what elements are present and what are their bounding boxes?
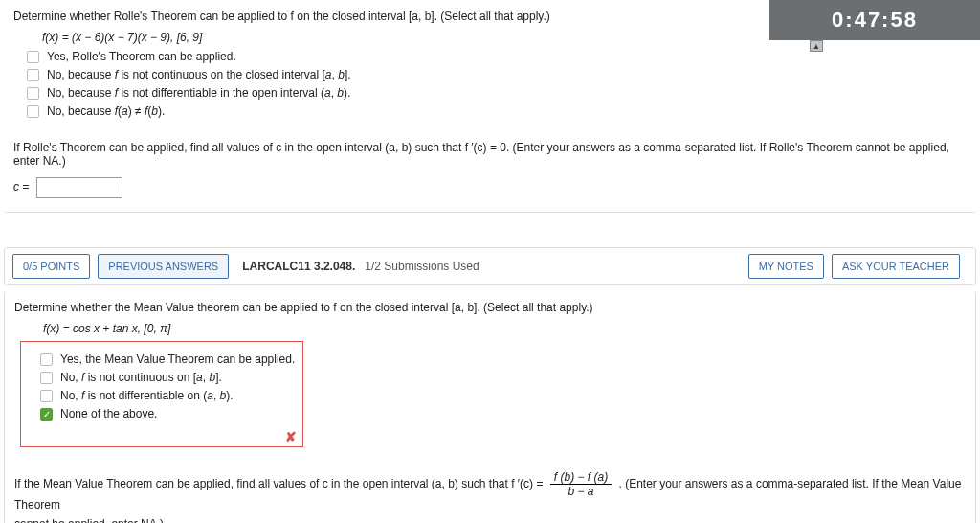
fraction: f (b) − f (a) b − a <box>550 470 612 498</box>
checkbox-icon[interactable] <box>40 353 53 366</box>
q1-option-4-label: No, because f(a) ≠ f(b). <box>47 104 165 118</box>
q2-prompt: Determine whether the Mean Value theorem… <box>14 299 966 316</box>
q1-followup: If Rolle's Theorem can be applied, find … <box>13 141 967 168</box>
q2-option-1[interactable]: Yes, the Mean Value Theorem can be appli… <box>40 352 295 366</box>
submissions-used: 1/2 Submissions Used <box>365 260 479 273</box>
checkbox-icon[interactable] <box>27 87 39 100</box>
question-2: Determine whether the Mean Value theorem… <box>4 291 976 523</box>
q2-option-3[interactable]: No, f is not differentiable on (a, b). <box>40 389 295 402</box>
fraction-numerator: f (b) − f (a) <box>550 470 612 485</box>
q1-option-1[interactable]: Yes, Rolle's Theorem can be applied. <box>27 50 967 63</box>
checkbox-icon[interactable] <box>40 372 53 384</box>
q1-option-3-label: No, because f is not differentiable in t… <box>47 86 350 100</box>
q2-option-4-label: None of the above. <box>60 407 157 421</box>
previous-answers-button[interactable]: PREVIOUS ANSWERS <box>98 254 229 279</box>
q2-function: f(x) = cos x + tan x, [0, π] <box>43 322 966 335</box>
q1-option-2-label: No, because f is not continuous on the c… <box>47 68 351 81</box>
scroll-up-icon[interactable]: ▲ <box>810 40 823 52</box>
assignment-ref: LARCALC11 3.2.048. <box>242 260 355 273</box>
q1-option-4[interactable]: No, because f(a) ≠ f(b). <box>27 104 967 118</box>
q2-option-1-label: Yes, the Mean Value Theorem can be appli… <box>60 352 295 366</box>
q2-option-2-label: No, f is not continuous on [a, b]. <box>60 371 222 384</box>
checkbox-icon[interactable] <box>40 390 53 402</box>
q1-option-2[interactable]: No, because f is not continuous on the c… <box>27 68 967 81</box>
my-notes-button[interactable]: MY NOTES <box>748 254 824 279</box>
q1-option-1-label: Yes, Rolle's Theorem can be applied. <box>47 50 236 63</box>
q1-c-label: c = <box>13 180 29 193</box>
q2-option-3-label: No, f is not differentiable on (a, b). <box>60 389 234 402</box>
fraction-denominator: b − a <box>550 485 612 498</box>
points-badge: 0/5 POINTS <box>12 254 90 279</box>
q2-followup-a: If the Mean Value Theorem can be applied… <box>14 477 546 490</box>
checkbox-checked-icon[interactable]: ✓ <box>40 408 53 421</box>
question-header: 0/5 POINTS PREVIOUS ANSWERS LARCALC11 3.… <box>4 247 976 285</box>
q2-followup-c: cannot be applied, enter NA.) <box>14 517 966 523</box>
q1-c-input[interactable] <box>36 177 122 198</box>
q1-option-3[interactable]: No, because f is not differentiable in t… <box>27 86 967 100</box>
ask-teacher-button[interactable]: ASK YOUR TEACHER <box>832 254 960 279</box>
countdown-timer: 0:47:58 <box>769 0 980 40</box>
q2-option-2[interactable]: No, f is not continuous on [a, b]. <box>40 371 295 384</box>
checkbox-icon[interactable] <box>27 105 39 118</box>
checkbox-icon[interactable] <box>27 69 39 81</box>
q2-options-graded-wrong: Yes, the Mean Value Theorem can be appli… <box>20 341 303 447</box>
q1-prompt-text: Determine whether Rolle's Theorem can be… <box>13 10 550 23</box>
q2-option-4[interactable]: ✓ None of the above. <box>40 407 295 421</box>
wrong-icon: ✘ <box>285 429 297 444</box>
checkbox-icon[interactable] <box>27 51 39 63</box>
